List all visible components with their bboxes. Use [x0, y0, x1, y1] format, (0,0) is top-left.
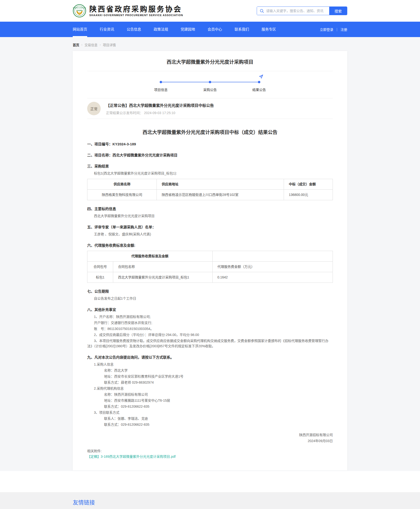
- doc-paragraph: 3、项目联系方式: [94, 410, 333, 415]
- doc-paragraph: 联系人：张娜、李瑞洁、戈迪: [104, 416, 333, 421]
- search-input[interactable]: [257, 7, 329, 15]
- doc-paragraph: 标包1(西北大学超微量紫外分光光度计采购项目_标包1):: [94, 171, 333, 176]
- nav-item-announcements[interactable]: 公告信息: [127, 22, 141, 37]
- nav-item-service-zone[interactable]: 服务专区: [262, 22, 276, 37]
- login-link[interactable]: 立即登录: [320, 27, 333, 32]
- doc-paragraph: 3、本项目代理服务费按货物计取。成交供应商应依据成交金额向采购代理机构交纳成交服…: [87, 338, 333, 349]
- page-title: 西北大学超微量紫外分光光度计采购项目: [87, 58, 333, 71]
- doc-paragraph: 地址：西安市长安区郭杜教育科技产业区学府大道1号: [104, 374, 333, 379]
- announcement-title: 西北大学超微量紫外分光光度计采购项目中标（成交）结果公告: [87, 128, 333, 135]
- table-header-cell: [212, 251, 333, 262]
- table-header-row: 供应商名称供应商地址中标（成交）金额: [87, 179, 333, 190]
- doc-section: 二、项目名称：西北大学超微量紫外分光光度计采购项目: [87, 153, 333, 158]
- table-header-cell: 供应商地址: [157, 179, 284, 190]
- section-heading: 七、公告期限: [87, 289, 333, 294]
- doc-paragraph: 1.采购人信息: [94, 362, 333, 367]
- doc-paragraph: 1、开户名称：陕西开源招标有限公司;: [87, 314, 333, 319]
- auth-divider: ｜: [335, 27, 339, 32]
- page-root: { "colors": { "primary_blue": "#2f6cf6",…: [0, 0, 420, 509]
- table-cell: 陕西省杨凌示范区杨陵街道上川口西单街28号102室: [157, 190, 284, 200]
- site-logo: 陕西省政府采购服务协会 SXGPA 陕西省政府采购服务协会 SHAANXI GO…: [73, 4, 183, 18]
- table-header-cell: 供应商名称: [87, 179, 157, 190]
- announcement-body: 一、项目编号：KY2024-3-189二、项目名称：西北大学超微量紫外分光光度计…: [87, 142, 333, 427]
- breadcrumb-item[interactable]: 首页: [73, 42, 79, 47]
- table-header-cell: 中标（成交）金额: [284, 179, 333, 190]
- table-row: 陕西格美生物科技有限公司陕西省杨凌示范区杨陵街道上川口西单街28号102室136…: [87, 190, 333, 200]
- nav-items: 网站首页行业资讯公告信息政策法规党建园地会员中心联系我们服务专区: [73, 22, 289, 37]
- breadcrumb-item: 项目详情: [103, 42, 116, 47]
- attachment-link[interactable]: 【定稿】3-189西北大学超微量紫外分光光度计采购项目.pdf: [87, 455, 176, 458]
- doc-paragraph: 开户银行：交通银行西安甜水井街支行;: [87, 320, 333, 325]
- notice-title: 【正常公告】西北大学超微量紫外分光光度计采购项目中标公告: [106, 102, 214, 108]
- doc-section: 三、采购结果标包1(西北大学超微量紫外分光光度计采购项目_标包1):供应商名称供…: [87, 164, 333, 200]
- nav-item-industry-news[interactable]: 行业资讯: [100, 22, 114, 37]
- breadcrumb-separator: ›: [81, 43, 82, 46]
- nav-item-policies[interactable]: 政策法规: [154, 22, 168, 37]
- site-title-english: SHAANXI GOVERNMENT PROCUREMENT SERVICE A…: [89, 14, 183, 17]
- step-result-notice[interactable]: 结果公告: [235, 81, 284, 92]
- breadcrumb-separator: ›: [100, 43, 101, 46]
- data-table: 供应商名称供应商地址中标（成交）金额陕西格美生物科技有限公司陕西省杨凌示范区杨陵…: [87, 179, 333, 200]
- main-nav: 网站首页行业资讯公告信息政策法规党建园地会员中心联系我们服务专区 立即登录 ｜ …: [0, 22, 420, 37]
- doc-paragraph: 西北大学超微量紫外分光光度计采购项目: [94, 213, 333, 219]
- notice-header: 正常 【正常公告】西北大学超微量紫外分光光度计采购项目中标公告 正常结果公示发布…: [87, 98, 333, 119]
- step-dot: [258, 81, 260, 83]
- site-header: 陕西省政府采购服务协会 SXGPA 陕西省政府采购服务协会 SHAANXI GO…: [0, 0, 420, 22]
- doc-section: 六、代理服务收费标准及金额:代理服务收费标准及金额合同包号合同包名称代理服务费金…: [87, 243, 333, 283]
- friend-links-title: 友情链接: [73, 498, 347, 506]
- spacer: [0, 471, 420, 492]
- step-procurement-notice[interactable]: 采购公告: [185, 81, 235, 92]
- site-title: 陕西省政府采购服务协会: [89, 5, 183, 13]
- doc-paragraph: 联系方式：薛老师 029-88302974: [104, 380, 333, 385]
- section-heading: 五、评审专家（单一来源采购人员）名单：: [87, 225, 333, 229]
- paper-plane-icon: [259, 74, 263, 79]
- doc-section: 八、其他补充事宜1、开户名称：陕西开源招标有限公司;开户银行：交通银行西安甜水井…: [87, 307, 333, 349]
- register-link[interactable]: 注册: [341, 27, 347, 32]
- doc-paragraph: 联系方式：029-81206622-835: [104, 404, 333, 409]
- table-cell: 西北大学超微量紫外分光光度计采购项目_标包1: [113, 272, 212, 283]
- section-heading: 六、代理服务收费标准及金额:: [87, 243, 333, 248]
- svg-text:陕西省政府采购服务协会: 陕西省政府采购服务协会: [73, 7, 86, 9]
- search-button[interactable]: 搜索: [329, 7, 347, 15]
- section-heading: 八、其他补充事宜: [87, 307, 333, 312]
- data-table: 代理服务收费标准及金额合同包号合同包名称代理服务费金额（万元）标包1西北大学超微…: [87, 251, 333, 283]
- section-heading: 三、采购结果: [87, 164, 333, 169]
- nav-item-contact-us[interactable]: 联系我们: [235, 22, 249, 37]
- status-badge: 正常: [87, 102, 101, 115]
- section-heading: 二、项目名称：西北大学超微量紫外分光光度计采购项目: [87, 153, 333, 158]
- doc-paragraph: 联系方式：029-81206622-835: [104, 422, 333, 427]
- table-cell: 合同包号: [87, 262, 113, 272]
- attachment-label: 相关附件:: [87, 448, 333, 454]
- nav-item-home[interactable]: 网站首页: [73, 22, 87, 37]
- doc-paragraph: 名称：陕西开源招标有限公司: [104, 392, 333, 397]
- site-search: 搜索: [257, 7, 347, 15]
- table-row: 合同包号合同包名称代理服务费金额（万元）: [87, 262, 333, 272]
- table-cell: 136800.00元: [284, 190, 333, 200]
- association-emblem-icon: 陕西省政府采购服务协会 SXGPA: [73, 4, 86, 18]
- notice-publish-time: 正常结果公示发布时间： 2024-09-03 17:25:10: [106, 110, 214, 115]
- doc-paragraph: 王彦艳 、倪振文、盛庆林(采购人代表): [94, 231, 333, 237]
- doc-section: 五、评审专家（单一来源采购人员）名单：王彦艳 、倪振文、盛庆林(采购人代表): [87, 225, 333, 237]
- section-heading: 一、项目编号：KY2024-3-189: [87, 142, 333, 147]
- doc-section: 七、公告期限自公告发布之日起1个工作日: [87, 289, 333, 301]
- step-dot: [160, 81, 162, 83]
- signature-company: 陕西开源招标有限公司: [87, 432, 333, 438]
- nav-item-party-building[interactable]: 党建园地: [181, 22, 195, 37]
- table-cell: 代理服务费金额（万元）: [212, 262, 333, 272]
- table-header-cell: 代理服务收费标准及金额: [87, 251, 213, 262]
- progress-steps: 项目信息 采购公告 结果公告: [136, 71, 284, 95]
- doc-section: 九、凡对本次公告内容提出询问，请按以下方式联系。1.采购人信息名称：西北大学地址…: [87, 355, 333, 427]
- auth-links: 立即登录 ｜ 注册: [320, 27, 347, 32]
- doc-section: 四、主要标的信息西北大学超微量紫外分光光度计采购项目: [87, 207, 333, 219]
- breadcrumb-item[interactable]: 交易信息: [84, 42, 98, 47]
- step-dot: [209, 81, 211, 83]
- page-background: 首页›交易信息›项目详情 西北大学超微量紫外分光光度计采购项目 项目信息 采购公…: [0, 37, 420, 471]
- doc-paragraph: 名称：西北大学: [104, 368, 333, 373]
- doc-paragraph: 账 号：86113010750181501003354。: [87, 326, 333, 331]
- doc-section: 一、项目编号：KY2024-3-189: [87, 142, 333, 147]
- nav-item-member-center[interactable]: 会员中心: [208, 22, 222, 37]
- doc-paragraph: 自公告发布之日起1个工作日: [94, 296, 333, 301]
- friend-links-section: 友情链接 友情链接|陕西省政府采购网陕西省人民政府网政府采购信息网中国政府采购网…: [0, 492, 420, 509]
- section-heading: 九、凡对本次公告内容提出询问，请按以下方式联系。: [87, 355, 333, 360]
- step-project-info[interactable]: 项目信息: [136, 81, 185, 92]
